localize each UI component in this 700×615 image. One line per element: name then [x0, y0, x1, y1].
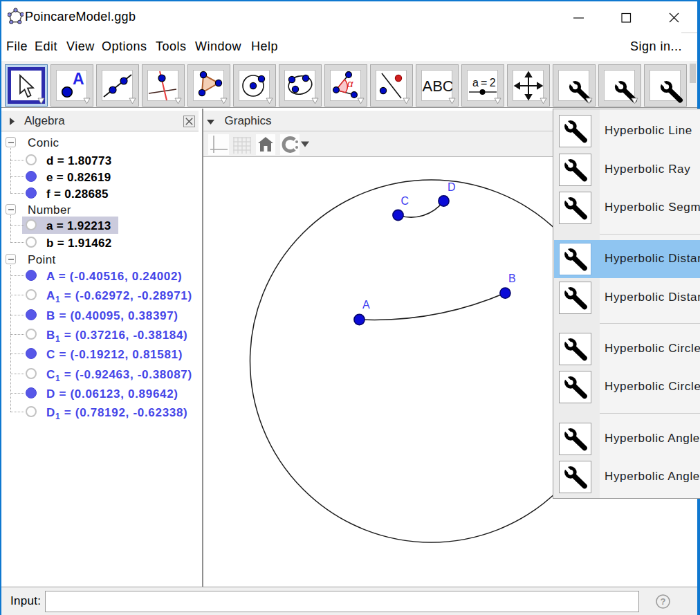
- svg-text:A: A: [73, 71, 84, 88]
- svg-text:B: B: [508, 273, 516, 284]
- svg-text:C: C: [400, 195, 409, 207]
- svg-text:ABC: ABC: [423, 77, 453, 95]
- svg-text:?: ?: [661, 596, 666, 607]
- svg-text:A: A: [362, 299, 370, 311]
- svg-text:a = 2: a = 2: [472, 77, 496, 89]
- svg-text:α: α: [347, 77, 353, 89]
- svg-text:D: D: [448, 181, 456, 193]
